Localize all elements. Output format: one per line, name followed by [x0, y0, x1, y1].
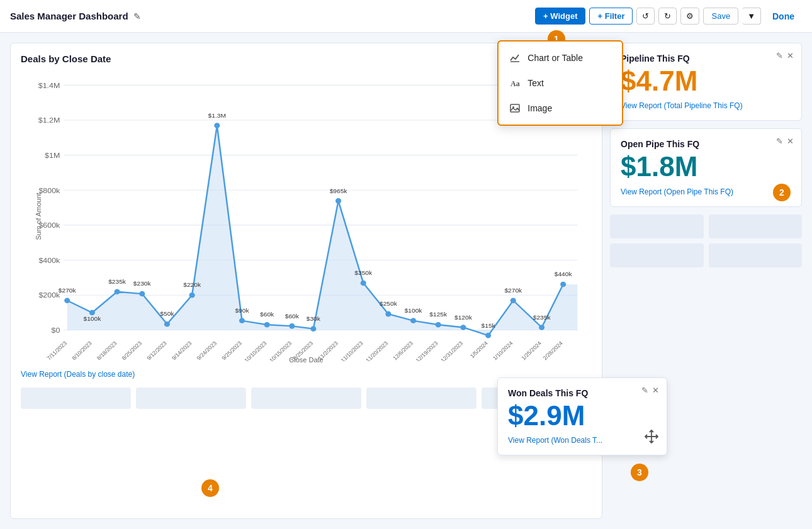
- chart-or-table-item[interactable]: Chart or Table: [499, 45, 622, 70]
- right-placeholder-row-1: [610, 214, 802, 267]
- svg-point-34: [385, 311, 391, 317]
- won-deals-edit-button[interactable]: ✎: [641, 386, 648, 395]
- svg-point-40: [539, 325, 544, 330]
- svg-text:$270k: $270k: [504, 287, 522, 294]
- svg-point-35: [410, 318, 416, 324]
- svg-text:1/25/2024: 1/25/2024: [520, 340, 543, 361]
- open-pipe-value: $1.8M: [621, 152, 791, 182]
- dashboard-title: Sales Manager Dashboard: [10, 11, 128, 21]
- chart-or-table-label: Chart or Table: [527, 53, 583, 63]
- badge-4: 4: [201, 479, 219, 497]
- svg-point-21: [64, 298, 70, 303]
- svg-point-31: [310, 326, 316, 331]
- edit-title-icon[interactable]: ✎: [133, 11, 141, 21]
- svg-text:12/19/2023: 12/19/2023: [414, 340, 439, 361]
- open-pipe-edit-button[interactable]: ✎: [776, 136, 783, 146]
- svg-text:$440k: $440k: [555, 270, 572, 277]
- svg-text:8/25/2023: 8/25/2023: [120, 340, 143, 361]
- svg-point-22: [89, 310, 95, 316]
- svg-text:9/24/2023: 9/24/2023: [195, 340, 218, 361]
- save-button[interactable]: Save: [703, 8, 738, 25]
- header: Sales Manager Dashboard ✎ + Widget Chart…: [0, 0, 812, 33]
- svg-point-28: [239, 318, 245, 324]
- won-deals-value: $2.9M: [508, 401, 657, 431]
- settings-button[interactable]: ⚙: [680, 8, 699, 25]
- pipeline-title: Pipeline This FQ: [621, 53, 791, 64]
- widget-dropdown-container: + Widget Chart or Table Aa Text: [535, 8, 585, 25]
- svg-point-33: [361, 281, 366, 286]
- filter-button[interactable]: + Filter: [589, 8, 633, 25]
- placeholder-cell: [21, 387, 131, 409]
- svg-text:$270k: $270k: [59, 287, 76, 294]
- svg-text:11/2/2023: 11/2/2023: [317, 340, 339, 361]
- placeholder-cell: [136, 387, 246, 409]
- pipeline-close-button[interactable]: ✕: [787, 51, 794, 60]
- placeholder-cell: [709, 214, 803, 238]
- svg-point-37: [460, 325, 466, 330]
- svg-point-41: [560, 282, 566, 287]
- placeholder-cell: [251, 387, 361, 409]
- svg-text:9/25/2023: 9/25/2023: [220, 340, 243, 361]
- svg-point-24: [139, 291, 145, 297]
- svg-text:9/14/2023: 9/14/2023: [171, 340, 193, 361]
- save-caret-button[interactable]: ▼: [742, 8, 761, 25]
- svg-text:10/25/2023: 10/25/2023: [290, 340, 314, 361]
- pipeline-view-report[interactable]: View Report (Total Pipeline This FQ): [621, 101, 791, 110]
- svg-text:$400k: $400k: [38, 256, 60, 265]
- won-deals-close-button[interactable]: ✕: [652, 386, 659, 395]
- won-deals-panel: ✎ ✕ Won Deals This FQ $2.9M View Report …: [497, 377, 667, 455]
- svg-text:$60k: $60k: [260, 311, 274, 318]
- svg-text:9/12/2023: 9/12/2023: [145, 340, 168, 361]
- svg-text:12/6/2023: 12/6/2023: [392, 340, 414, 361]
- svg-marker-20: [67, 126, 578, 336]
- open-pipe-title: Open Pipe This FQ: [621, 139, 791, 149]
- svg-point-27: [214, 123, 220, 128]
- svg-text:Aa: Aa: [510, 79, 520, 88]
- widget-dropdown-menu: Chart or Table Aa Text Image: [497, 40, 623, 126]
- placeholder-cell: [366, 387, 476, 409]
- placeholder-cell: [610, 243, 704, 267]
- svg-text:8/10/2023: 8/10/2023: [70, 340, 93, 361]
- text-label: Text: [527, 78, 544, 88]
- svg-text:1/5/2024: 1/5/2024: [469, 340, 489, 359]
- text-item[interactable]: Aa Text: [499, 70, 622, 96]
- pipeline-edit-button[interactable]: ✎: [776, 51, 783, 60]
- svg-point-36: [436, 322, 441, 328]
- svg-text:1/10/2024: 1/10/2024: [492, 340, 514, 361]
- svg-point-38: [485, 333, 491, 338]
- svg-text:$60k: $60k: [285, 313, 299, 320]
- badge-2: 2: [773, 184, 791, 201]
- svg-point-25: [164, 321, 170, 327]
- pipeline-value: $4.7M: [621, 66, 791, 96]
- svg-point-32: [336, 198, 341, 204]
- open-pipe-close-button[interactable]: ✕: [787, 136, 794, 146]
- move-cursor-icon[interactable]: [644, 429, 659, 447]
- svg-text:8/18/2023: 8/18/2023: [96, 340, 118, 361]
- done-button[interactable]: Done: [765, 8, 802, 25]
- svg-point-39: [510, 298, 516, 303]
- header-left: Sales Manager Dashboard ✎: [10, 11, 141, 21]
- svg-text:$250k: $250k: [380, 301, 397, 308]
- svg-point-29: [264, 322, 270, 328]
- redo-button[interactable]: ↻: [658, 8, 677, 25]
- svg-point-23: [115, 289, 120, 295]
- svg-text:$0: $0: [51, 326, 60, 335]
- won-deals-panel-actions: ✎ ✕: [641, 386, 659, 395]
- open-pipe-view-report[interactable]: View Report (Open Pipe This FQ): [621, 187, 791, 196]
- header-right: + Widget Chart or Table Aa Text: [535, 8, 802, 25]
- svg-text:$230k: $230k: [133, 280, 151, 287]
- svg-text:$235k: $235k: [533, 314, 551, 321]
- y-axis-label: Sum of Amount: [35, 191, 42, 242]
- svg-text:$50k: $50k: [160, 311, 174, 318]
- svg-text:$220k: $220k: [183, 282, 201, 289]
- pipeline-panel-actions: ✎ ✕: [776, 51, 794, 60]
- won-deals-view-report[interactable]: View Report (Won Deals T...: [508, 436, 657, 445]
- widget-button[interactable]: + Widget: [535, 8, 585, 25]
- svg-text:11/20/2023: 11/20/2023: [364, 340, 389, 361]
- svg-text:10/10/2023: 10/10/2023: [243, 340, 268, 361]
- undo-button[interactable]: ↺: [636, 8, 655, 25]
- image-item[interactable]: Image: [499, 96, 622, 121]
- open-pipe-panel-actions: ✎ ✕: [776, 136, 794, 146]
- svg-text:$1.3M: $1.3M: [208, 112, 226, 119]
- svg-point-26: [189, 292, 195, 298]
